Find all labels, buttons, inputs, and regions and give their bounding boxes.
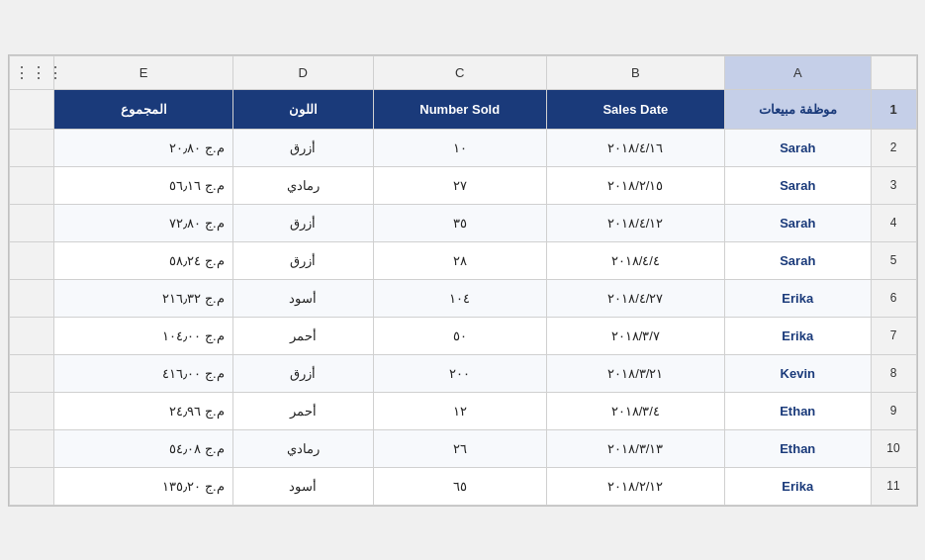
- salesperson-name-cell: Ethan: [724, 429, 871, 467]
- salesperson-name-cell: Sarah: [724, 129, 871, 166]
- sales-date-cell: ٢٠١٨/٢/١٥: [546, 166, 724, 204]
- row1-dots: [9, 89, 54, 129]
- number-sold-cell: ٢٦: [373, 429, 546, 467]
- row-number: 6: [871, 279, 916, 317]
- total-cell: م.ج ٢٠٫٨٠: [54, 129, 232, 166]
- col-b-field-header: Sales Date: [546, 89, 724, 129]
- color-cell: أحمر: [232, 392, 373, 429]
- number-sold-cell: ٢٧: [373, 166, 546, 204]
- row-dots: [9, 279, 54, 317]
- total-cell: م.ج ١٣٥٫٢٠: [54, 467, 232, 505]
- color-cell: أسود: [232, 467, 373, 505]
- number-sold-cell: ٢٠٠: [373, 354, 546, 392]
- column-letters-row: ⋮⋮⋮ E D C B A: [9, 55, 916, 89]
- row-number: 9: [871, 392, 916, 429]
- row-number: 3: [871, 166, 916, 204]
- total-cell: م.ج ٢٤٫٩٦: [54, 392, 232, 429]
- salesperson-name-cell: Erika: [724, 317, 871, 354]
- row-num-col-header: [871, 55, 916, 89]
- number-sold-cell: ١٠: [373, 129, 546, 166]
- row-dots: [9, 204, 54, 241]
- number-sold-cell: ٦٥: [373, 467, 546, 505]
- col-d-header[interactable]: D: [232, 55, 373, 89]
- row-dots: [9, 129, 54, 166]
- total-cell: م.ج ٥٨٫٢٤: [54, 241, 232, 279]
- col-c-header[interactable]: C: [373, 55, 546, 89]
- color-cell: أزرق: [232, 129, 373, 166]
- sales-date-cell: ٢٠١٨/٤/١٦: [546, 129, 724, 166]
- salesperson-name-cell: Kevin: [724, 354, 871, 392]
- number-sold-cell: ٥٠: [373, 317, 546, 354]
- number-sold-cell: ١٠٤: [373, 279, 546, 317]
- table-row: م.ج ٧٢٫٨٠أزرق٣٥٢٠١٨/٤/١٢Sarah4: [9, 204, 916, 241]
- table-row: م.ج ٢٤٫٩٦أحمر١٢٢٠١٨/٣/٤Ethan9: [9, 392, 916, 429]
- row-number: 7: [871, 317, 916, 354]
- total-cell: م.ج ٥٤٫٠٨: [54, 429, 232, 467]
- row-number: 4: [871, 204, 916, 241]
- spreadsheet: ⋮⋮⋮ E D C B A المجموع اللون Number Sold …: [8, 54, 918, 507]
- total-cell: م.ج ١٠٤٫٠٠: [54, 317, 232, 354]
- color-cell: رمادي: [232, 429, 373, 467]
- color-cell: أزرق: [232, 354, 373, 392]
- table-row: م.ج ٤١٦٫٠٠أزرق٢٠٠٢٠١٨/٣/٢١Kevin8: [9, 354, 916, 392]
- row-dots: [9, 392, 54, 429]
- row-number: 11: [871, 467, 916, 505]
- table-row: م.ج ٥٨٫٢٤أزرق٢٨٢٠١٨/٤/٤Sarah5: [9, 241, 916, 279]
- table-row: م.ج ١٣٥٫٢٠أسود٦٥٢٠١٨/٢/١٢Erika11: [9, 467, 916, 505]
- row-dots: [9, 317, 54, 354]
- table-row: م.ج ٥٤٫٠٨رمادي٢٦٢٠١٨/٣/١٣Ethan10: [9, 429, 916, 467]
- color-cell: أزرق: [232, 241, 373, 279]
- row-dots: [9, 241, 54, 279]
- total-cell: م.ج ٢١٦٫٣٢: [54, 279, 232, 317]
- row-number: 2: [871, 129, 916, 166]
- col-a-header[interactable]: A: [724, 55, 871, 89]
- row-number: 8: [871, 354, 916, 392]
- row-dots: [9, 354, 54, 392]
- table-row: م.ج ١٠٤٫٠٠أحمر٥٠٢٠١٨/٣/٧Erika7: [9, 317, 916, 354]
- field-headers-row: المجموع اللون Number Sold Sales Date موظ…: [9, 89, 916, 129]
- sales-date-cell: ٢٠١٨/٤/٤: [546, 241, 724, 279]
- row1-num: 1: [871, 89, 916, 129]
- number-sold-cell: ٣٥: [373, 204, 546, 241]
- table-row: م.ج ٢٠٫٨٠أزرق١٠٢٠١٨/٤/١٦Sarah2: [9, 129, 916, 166]
- col-a-field-header: موظفة مبيعات: [724, 89, 871, 129]
- number-sold-cell: ٢٨: [373, 241, 546, 279]
- sales-date-cell: ٢٠١٨/٣/٢١: [546, 354, 724, 392]
- total-cell: م.ج ٤١٦٫٠٠: [54, 354, 232, 392]
- col-d-field-header: اللون: [232, 89, 373, 129]
- color-cell: أحمر: [232, 317, 373, 354]
- row-dots: [9, 166, 54, 204]
- sales-date-cell: ٢٠١٨/٣/١٣: [546, 429, 724, 467]
- salesperson-name-cell: Sarah: [724, 166, 871, 204]
- color-cell: أزرق: [232, 204, 373, 241]
- salesperson-name-cell: Ethan: [724, 392, 871, 429]
- color-cell: أسود: [232, 279, 373, 317]
- color-cell: رمادي: [232, 166, 373, 204]
- number-sold-cell: ١٢: [373, 392, 546, 429]
- dots-header[interactable]: ⋮⋮⋮: [9, 55, 54, 89]
- salesperson-name-cell: Erika: [724, 467, 871, 505]
- sales-date-cell: ٢٠١٨/٣/٤: [546, 392, 724, 429]
- row-number: 10: [871, 429, 916, 467]
- sales-date-cell: ٢٠١٨/٤/٢٧: [546, 279, 724, 317]
- total-cell: م.ج ٧٢٫٨٠: [54, 204, 232, 241]
- row-dots: [9, 429, 54, 467]
- table-row: م.ج ٢١٦٫٣٢أسود١٠٤٢٠١٨/٤/٢٧Erika6: [9, 279, 916, 317]
- salesperson-name-cell: Sarah: [724, 204, 871, 241]
- col-e-field-header: المجموع: [54, 89, 232, 129]
- total-cell: م.ج ٥٦٫١٦: [54, 166, 232, 204]
- col-b-header[interactable]: B: [546, 55, 724, 89]
- sales-date-cell: ٢٠١٨/٢/١٢: [546, 467, 724, 505]
- table-row: م.ج ٥٦٫١٦رمادي٢٧٢٠١٨/٢/١٥Sarah3: [9, 166, 916, 204]
- row-number: 5: [871, 241, 916, 279]
- salesperson-name-cell: Sarah: [724, 241, 871, 279]
- salesperson-name-cell: Erika: [724, 279, 871, 317]
- row-dots: [9, 467, 54, 505]
- sales-date-cell: ٢٠١٨/٤/١٢: [546, 204, 724, 241]
- sales-date-cell: ٢٠١٨/٣/٧: [546, 317, 724, 354]
- col-c-field-header: Number Sold: [373, 89, 546, 129]
- col-e-header[interactable]: E: [54, 55, 232, 89]
